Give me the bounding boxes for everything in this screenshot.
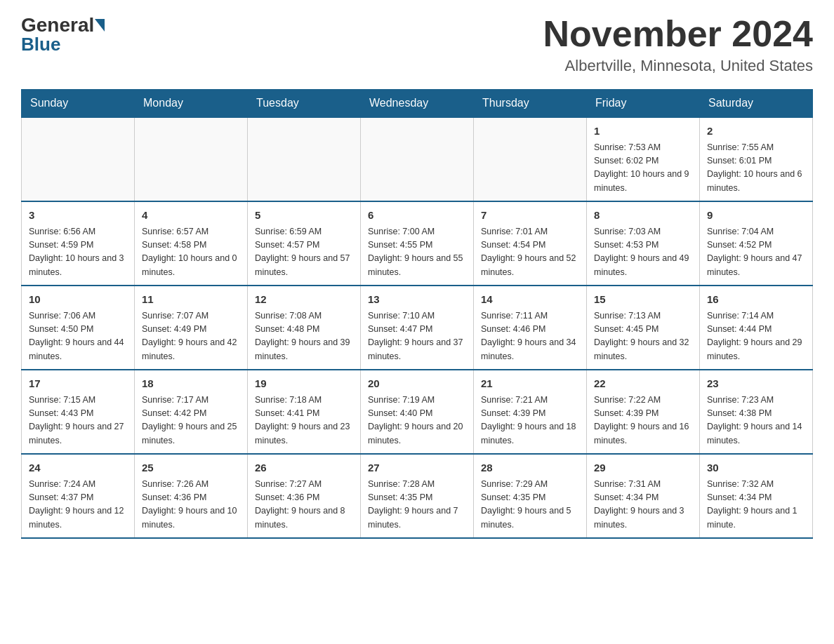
calendar-cell-w3-d2: 11Sunrise: 7:07 AMSunset: 4:49 PMDayligh… xyxy=(135,286,248,370)
calendar-cell-w2-d6: 8Sunrise: 7:03 AMSunset: 4:53 PMDaylight… xyxy=(587,201,700,286)
logo: General Blue xyxy=(21,14,105,55)
cell-content: Sunrise: 7:00 AMSunset: 4:55 PMDaylight:… xyxy=(368,225,466,280)
day-number: 10 xyxy=(29,292,127,308)
day-number: 12 xyxy=(255,292,353,308)
header: General Blue November 2024 Albertville, … xyxy=(21,14,813,75)
cell-content: Sunrise: 6:59 AMSunset: 4:57 PMDaylight:… xyxy=(255,225,353,280)
logo-arrow-icon xyxy=(95,19,105,32)
calendar-cell-w3-d6: 15Sunrise: 7:13 AMSunset: 4:45 PMDayligh… xyxy=(587,286,700,370)
cell-content: Sunrise: 7:22 AMSunset: 4:39 PMDaylight:… xyxy=(594,394,692,448)
day-number: 5 xyxy=(255,208,353,224)
title-area: November 2024 Albertville, Minnesota, Un… xyxy=(543,14,813,75)
cell-content: Sunrise: 7:23 AMSunset: 4:38 PMDaylight:… xyxy=(707,394,805,448)
calendar-cell-w3-d3: 12Sunrise: 7:08 AMSunset: 4:48 PMDayligh… xyxy=(248,286,361,370)
day-number: 17 xyxy=(29,376,127,392)
header-thursday: Thursday xyxy=(474,90,587,118)
day-number: 1 xyxy=(594,123,692,140)
calendar-cell-w4-d2: 18Sunrise: 7:17 AMSunset: 4:42 PMDayligh… xyxy=(135,370,248,454)
cell-content: Sunrise: 7:03 AMSunset: 4:53 PMDaylight:… xyxy=(594,225,692,280)
calendar-week-2: 3Sunrise: 6:56 AMSunset: 4:59 PMDaylight… xyxy=(22,201,813,286)
calendar-week-1: 1Sunrise: 7:53 AMSunset: 6:02 PMDaylight… xyxy=(22,117,813,201)
cell-content: Sunrise: 7:10 AMSunset: 4:47 PMDaylight:… xyxy=(368,309,466,364)
header-friday: Friday xyxy=(587,90,700,118)
cell-content: Sunrise: 7:15 AMSunset: 4:43 PMDaylight:… xyxy=(29,394,127,448)
day-number: 24 xyxy=(29,460,127,476)
cell-content: Sunrise: 7:28 AMSunset: 4:35 PMDaylight:… xyxy=(368,478,466,532)
header-sunday: Sunday xyxy=(22,90,135,118)
calendar-cell-w3-d1: 10Sunrise: 7:06 AMSunset: 4:50 PMDayligh… xyxy=(22,286,135,370)
calendar-cell-w3-d5: 14Sunrise: 7:11 AMSunset: 4:46 PMDayligh… xyxy=(474,286,587,370)
calendar-cell-w2-d1: 3Sunrise: 6:56 AMSunset: 4:59 PMDaylight… xyxy=(22,201,135,286)
calendar-cell-w4-d5: 21Sunrise: 7:21 AMSunset: 4:39 PMDayligh… xyxy=(474,370,587,454)
day-number: 8 xyxy=(594,208,692,224)
calendar-week-4: 17Sunrise: 7:15 AMSunset: 4:43 PMDayligh… xyxy=(22,370,813,454)
cell-content: Sunrise: 6:57 AMSunset: 4:58 PMDaylight:… xyxy=(142,225,240,280)
calendar-week-3: 10Sunrise: 7:06 AMSunset: 4:50 PMDayligh… xyxy=(22,286,813,370)
calendar-cell-w1-d5 xyxy=(474,117,587,201)
cell-content: Sunrise: 7:08 AMSunset: 4:48 PMDaylight:… xyxy=(255,309,353,364)
calendar-cell-w2-d7: 9Sunrise: 7:04 AMSunset: 4:52 PMDaylight… xyxy=(700,201,813,286)
calendar-cell-w1-d3 xyxy=(248,117,361,201)
calendar-cell-w5-d6: 29Sunrise: 7:31 AMSunset: 4:34 PMDayligh… xyxy=(587,454,700,538)
day-number: 18 xyxy=(142,376,240,392)
header-wednesday: Wednesday xyxy=(361,90,474,118)
cell-content: Sunrise: 7:17 AMSunset: 4:42 PMDaylight:… xyxy=(142,394,240,448)
day-number: 19 xyxy=(255,376,353,392)
calendar-cell-w5-d4: 27Sunrise: 7:28 AMSunset: 4:35 PMDayligh… xyxy=(361,454,474,538)
cell-content: Sunrise: 7:53 AMSunset: 6:02 PMDaylight:… xyxy=(594,141,692,196)
calendar-cell-w5-d5: 28Sunrise: 7:29 AMSunset: 4:35 PMDayligh… xyxy=(474,454,587,538)
calendar-week-5: 24Sunrise: 7:24 AMSunset: 4:37 PMDayligh… xyxy=(22,454,813,538)
cell-content: Sunrise: 7:32 AMSunset: 4:34 PMDaylight:… xyxy=(707,478,805,532)
cell-content: Sunrise: 7:04 AMSunset: 4:52 PMDaylight:… xyxy=(707,225,805,280)
day-number: 23 xyxy=(707,376,805,392)
day-number: 4 xyxy=(142,208,240,224)
calendar-cell-w4-d3: 19Sunrise: 7:18 AMSunset: 4:41 PMDayligh… xyxy=(248,370,361,454)
month-title: November 2024 xyxy=(543,14,813,54)
calendar-cell-w4-d1: 17Sunrise: 7:15 AMSunset: 4:43 PMDayligh… xyxy=(22,370,135,454)
cell-content: Sunrise: 7:07 AMSunset: 4:49 PMDaylight:… xyxy=(142,309,240,364)
calendar-cell-w1-d7: 2Sunrise: 7:55 AMSunset: 6:01 PMDaylight… xyxy=(700,117,813,201)
cell-content: Sunrise: 6:56 AMSunset: 4:59 PMDaylight:… xyxy=(29,225,127,280)
cell-content: Sunrise: 7:19 AMSunset: 4:40 PMDaylight:… xyxy=(368,394,466,448)
calendar-cell-w4-d7: 23Sunrise: 7:23 AMSunset: 4:38 PMDayligh… xyxy=(700,370,813,454)
cell-content: Sunrise: 7:21 AMSunset: 4:39 PMDaylight:… xyxy=(481,394,579,448)
cell-content: Sunrise: 7:55 AMSunset: 6:01 PMDaylight:… xyxy=(707,141,805,196)
cell-content: Sunrise: 7:27 AMSunset: 4:36 PMDaylight:… xyxy=(255,478,353,532)
cell-content: Sunrise: 7:11 AMSunset: 4:46 PMDaylight:… xyxy=(481,309,579,364)
day-number: 27 xyxy=(368,460,466,476)
day-number: 2 xyxy=(707,123,805,140)
cell-content: Sunrise: 7:26 AMSunset: 4:36 PMDaylight:… xyxy=(142,478,240,532)
calendar-cell-w5-d3: 26Sunrise: 7:27 AMSunset: 4:36 PMDayligh… xyxy=(248,454,361,538)
calendar-cell-w2-d2: 4Sunrise: 6:57 AMSunset: 4:58 PMDaylight… xyxy=(135,201,248,286)
day-number: 14 xyxy=(481,292,579,308)
calendar-cell-w2-d5: 7Sunrise: 7:01 AMSunset: 4:54 PMDaylight… xyxy=(474,201,587,286)
day-number: 20 xyxy=(368,376,466,392)
cell-content: Sunrise: 7:18 AMSunset: 4:41 PMDaylight:… xyxy=(255,394,353,448)
calendar-table: Sunday Monday Tuesday Wednesday Thursday… xyxy=(21,89,813,539)
calendar-cell-w3-d7: 16Sunrise: 7:14 AMSunset: 4:44 PMDayligh… xyxy=(700,286,813,370)
logo-blue-text: Blue xyxy=(21,34,60,55)
day-number: 26 xyxy=(255,460,353,476)
day-number: 7 xyxy=(481,208,579,224)
header-tuesday: Tuesday xyxy=(248,90,361,118)
cell-content: Sunrise: 7:14 AMSunset: 4:44 PMDaylight:… xyxy=(707,309,805,364)
calendar-cell-w2-d3: 5Sunrise: 6:59 AMSunset: 4:57 PMDaylight… xyxy=(248,201,361,286)
calendar-cell-w1-d1 xyxy=(22,117,135,201)
day-number: 15 xyxy=(594,292,692,308)
day-number: 29 xyxy=(594,460,692,476)
cell-content: Sunrise: 7:01 AMSunset: 4:54 PMDaylight:… xyxy=(481,225,579,280)
calendar-header-row: Sunday Monday Tuesday Wednesday Thursday… xyxy=(22,90,813,118)
cell-content: Sunrise: 7:24 AMSunset: 4:37 PMDaylight:… xyxy=(29,478,127,532)
calendar-cell-w5-d2: 25Sunrise: 7:26 AMSunset: 4:36 PMDayligh… xyxy=(135,454,248,538)
day-number: 28 xyxy=(481,460,579,476)
day-number: 30 xyxy=(707,460,805,476)
calendar-cell-w1-d4 xyxy=(361,117,474,201)
calendar-cell-w4-d6: 22Sunrise: 7:22 AMSunset: 4:39 PMDayligh… xyxy=(587,370,700,454)
calendar-cell-w3-d4: 13Sunrise: 7:10 AMSunset: 4:47 PMDayligh… xyxy=(361,286,474,370)
calendar-cell-w5-d1: 24Sunrise: 7:24 AMSunset: 4:37 PMDayligh… xyxy=(22,454,135,538)
calendar-cell-w2-d4: 6Sunrise: 7:00 AMSunset: 4:55 PMDaylight… xyxy=(361,201,474,286)
day-number: 3 xyxy=(29,208,127,224)
day-number: 21 xyxy=(481,376,579,392)
day-number: 9 xyxy=(707,208,805,224)
calendar-cell-w4-d4: 20Sunrise: 7:19 AMSunset: 4:40 PMDayligh… xyxy=(361,370,474,454)
